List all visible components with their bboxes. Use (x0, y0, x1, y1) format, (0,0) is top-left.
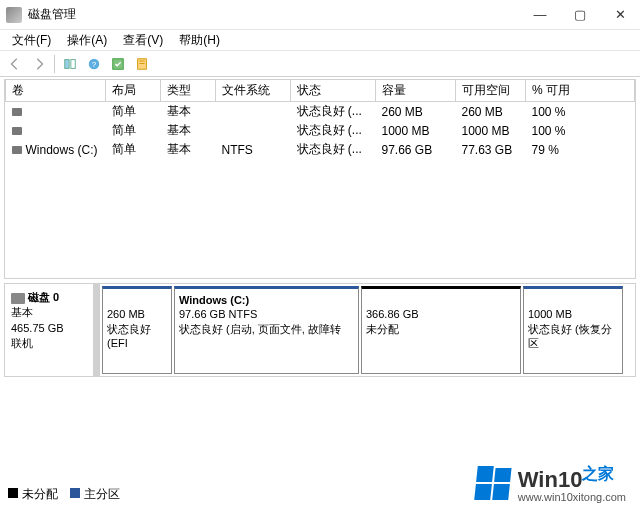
col-volume[interactable]: 卷 (6, 80, 106, 102)
volume-list[interactable]: 卷 布局 类型 文件系统 状态 容量 可用空间 % 可用 简单基本状态良好 (.… (4, 79, 636, 279)
disk-stripe (93, 284, 99, 376)
help-button[interactable]: ? (83, 53, 105, 75)
toolbar: ? (0, 51, 640, 77)
svg-rect-6 (139, 60, 144, 61)
table-row[interactable]: 简单基本状态良好 (...1000 MB1000 MB100 % (6, 121, 635, 140)
disk-label: 磁盘 0 (28, 291, 59, 303)
table-row[interactable]: 简单基本状态良好 (...260 MB260 MB100 % (6, 102, 635, 122)
volume-icon (12, 127, 22, 135)
menu-file[interactable]: 文件(F) (4, 30, 59, 51)
disk-graphical-view: 磁盘 0 基本 465.75 GB 联机 260 MB状态良好 (EFIWind… (4, 283, 636, 377)
col-status[interactable]: 状态 (291, 80, 376, 102)
col-pct[interactable]: % 可用 (526, 80, 635, 102)
partition[interactable]: 260 MB状态良好 (EFI (102, 286, 172, 374)
disk-icon (11, 293, 25, 304)
partition[interactable]: 366.86 GB未分配 (361, 286, 521, 374)
legend: 未分配 主分区 (8, 486, 120, 503)
col-free[interactable]: 可用空间 (456, 80, 526, 102)
svg-text:?: ? (92, 59, 97, 68)
col-layout[interactable]: 布局 (106, 80, 161, 102)
legend-unallocated: 未分配 (8, 486, 58, 503)
menu-action[interactable]: 操作(A) (59, 30, 115, 51)
refresh-button[interactable] (107, 53, 129, 75)
watermark: Win10之家 www.win10xitong.com (476, 464, 626, 503)
svg-rect-0 (65, 59, 69, 68)
disk-state: 联机 (11, 336, 93, 351)
menu-view[interactable]: 查看(V) (115, 30, 171, 51)
menu-bar: 文件(F) 操作(A) 查看(V) 帮助(H) (0, 30, 640, 51)
title-bar: 磁盘管理 — ▢ ✕ (0, 0, 640, 30)
table-row[interactable]: Windows (C:)简单基本NTFS状态良好 (...97.66 GB77.… (6, 140, 635, 159)
windows-logo-icon (474, 466, 512, 500)
disk-info[interactable]: 磁盘 0 基本 465.75 GB 联机 (5, 284, 100, 376)
show-hide-console-button[interactable] (59, 53, 81, 75)
col-filesystem[interactable]: 文件系统 (216, 80, 291, 102)
partition-map: 260 MB状态良好 (EFIWindows (C:)97.66 GB NTFS… (100, 284, 635, 376)
toolbar-separator (54, 55, 55, 73)
app-icon (6, 7, 22, 23)
volume-icon (12, 108, 22, 116)
watermark-brand: Win10之家 (518, 467, 615, 492)
minimize-button[interactable]: — (520, 1, 560, 29)
close-button[interactable]: ✕ (600, 1, 640, 29)
properties-button[interactable] (131, 53, 153, 75)
maximize-button[interactable]: ▢ (560, 1, 600, 29)
watermark-url: www.win10xitong.com (518, 491, 626, 503)
partition[interactable]: Windows (C:)97.66 GB NTFS状态良好 (启动, 页面文件,… (174, 286, 359, 374)
menu-help[interactable]: 帮助(H) (171, 30, 228, 51)
disk-type: 基本 (11, 305, 93, 320)
volume-icon (12, 146, 22, 154)
window-title: 磁盘管理 (28, 6, 520, 23)
partition[interactable]: 1000 MB状态良好 (恢复分区 (523, 286, 623, 374)
legend-primary: 主分区 (70, 486, 120, 503)
svg-rect-1 (71, 59, 75, 68)
col-capacity[interactable]: 容量 (376, 80, 456, 102)
forward-button[interactable] (28, 53, 50, 75)
back-button[interactable] (4, 53, 26, 75)
disk-size: 465.75 GB (11, 321, 93, 336)
svg-rect-7 (139, 63, 144, 64)
column-headers[interactable]: 卷 布局 类型 文件系统 状态 容量 可用空间 % 可用 (6, 80, 635, 102)
col-type[interactable]: 类型 (161, 80, 216, 102)
